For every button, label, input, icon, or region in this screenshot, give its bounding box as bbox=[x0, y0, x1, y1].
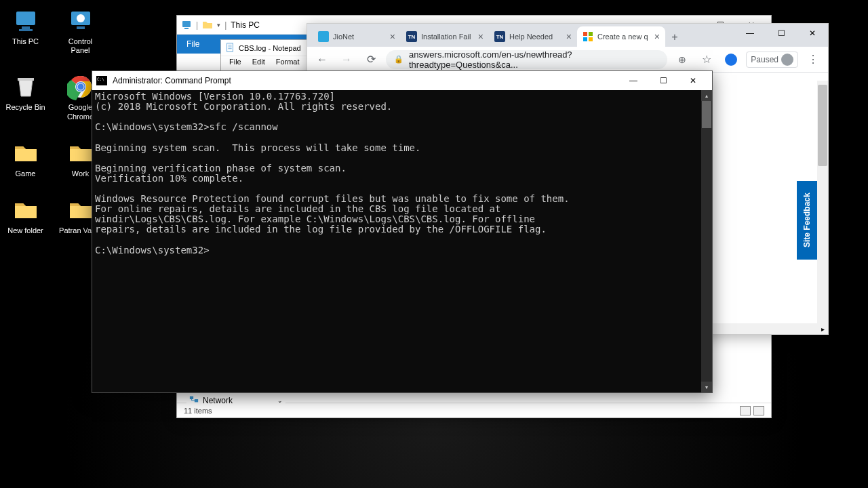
folder-icon bbox=[12, 139, 40, 167]
notepad-icon bbox=[225, 43, 235, 54]
view-details-button[interactable] bbox=[740, 406, 751, 415]
paused-label: Paused bbox=[751, 55, 778, 64]
qat-separator: | bbox=[224, 20, 226, 30]
folder-icon bbox=[66, 196, 95, 224]
cmd-title: Administrator: Command Prompt bbox=[113, 76, 231, 85]
explorer-item-count: 11 items bbox=[184, 407, 212, 415]
tab-title: Installation Fail bbox=[421, 33, 474, 41]
tab-title: JioNet bbox=[333, 33, 386, 41]
chrome-menu-button[interactable]: ⋮ bbox=[804, 50, 823, 69]
desktop-icon-this-pc[interactable]: This PC bbox=[3, 7, 47, 55]
chrome-scroll-thumb[interactable] bbox=[818, 85, 827, 166]
desktop-icon-label: Control Panel bbox=[58, 37, 102, 55]
chrome-tab[interactable]: TNHelp Needed × bbox=[489, 26, 577, 47]
desktop-icon-label: Work bbox=[72, 169, 89, 178]
bookmark-icon[interactable]: ☆ bbox=[697, 50, 716, 69]
svg-point-4 bbox=[77, 14, 85, 22]
favicon-icon bbox=[318, 31, 329, 42]
tab-close-icon[interactable]: × bbox=[478, 31, 484, 42]
cmd-scroll-up-arrow[interactable]: ▴ bbox=[701, 90, 712, 101]
qat-dropdown-icon[interactable]: ▾ bbox=[217, 22, 220, 28]
cmd-close[interactable]: ✕ bbox=[678, 71, 708, 90]
cmd-window[interactable]: Administrator: Command Prompt — ☐ ✕ Micr… bbox=[92, 70, 713, 393]
cmd-scrollbar[interactable]: ▴ ▾ bbox=[701, 90, 712, 392]
avatar-icon bbox=[781, 54, 793, 66]
chrome-scrollbar-right-arrow[interactable]: ▸ bbox=[817, 323, 828, 334]
chrome-tab[interactable]: Create a new q× bbox=[577, 26, 665, 47]
new-tab-button[interactable]: + bbox=[665, 28, 684, 47]
cmd-scroll-down-arrow[interactable]: ▾ bbox=[701, 382, 712, 392]
svg-point-10 bbox=[77, 84, 83, 90]
site-feedback-tab[interactable]: Site Feedback bbox=[797, 181, 817, 260]
favicon-icon: TN bbox=[494, 31, 505, 42]
chevron-down-icon[interactable]: ⌄ bbox=[277, 397, 283, 404]
network-label: Network bbox=[203, 396, 233, 405]
folder-icon bbox=[12, 196, 40, 224]
view-icons-button[interactable] bbox=[753, 406, 764, 415]
cmd-window-controls: — ☐ ✕ bbox=[618, 71, 708, 90]
cmd-icon bbox=[96, 76, 107, 85]
chrome-minimize[interactable]: — bbox=[734, 24, 766, 43]
favicon-icon bbox=[583, 31, 593, 42]
svg-rect-15 bbox=[227, 43, 233, 51]
svg-rect-5 bbox=[77, 26, 85, 29]
svg-rect-20 bbox=[589, 32, 593, 36]
notepad-menu-format[interactable]: Format bbox=[271, 58, 305, 68]
desktop-icon-game[interactable]: Game bbox=[3, 139, 47, 178]
chrome-window-controls: — ☐ ✕ bbox=[734, 24, 828, 43]
chrome-maximize[interactable]: ☐ bbox=[766, 24, 797, 43]
chrome-close[interactable]: ✕ bbox=[797, 24, 828, 43]
svg-rect-12 bbox=[184, 28, 189, 29]
cmd-maximize[interactable]: ☐ bbox=[648, 71, 678, 90]
explorer-title: This PC bbox=[231, 20, 260, 30]
folder-icon bbox=[202, 20, 213, 30]
svg-rect-19 bbox=[583, 32, 587, 36]
chrome-tab[interactable]: JioNet× bbox=[313, 26, 401, 47]
extension-icon[interactable] bbox=[722, 50, 741, 69]
qat-divider: | bbox=[196, 20, 198, 30]
desktop-icons: This PCControl PanelRecycle BinGoogle Ch… bbox=[3, 7, 102, 235]
svg-rect-21 bbox=[583, 37, 587, 41]
desktop-icon-label: This PC bbox=[12, 37, 39, 46]
cmd-minimize[interactable]: — bbox=[618, 71, 648, 90]
network-icon bbox=[189, 394, 199, 406]
forward-button[interactable]: → bbox=[337, 50, 356, 69]
tab-title: Help Needed bbox=[509, 33, 562, 41]
back-button[interactable]: ← bbox=[313, 50, 332, 69]
cmd-scroll-thumb[interactable] bbox=[702, 101, 711, 128]
translate-icon[interactable]: ⊕ bbox=[673, 50, 692, 69]
chrome-icon bbox=[66, 73, 95, 101]
panel-icon bbox=[66, 7, 95, 35]
desktop-icon-label: Game bbox=[16, 169, 36, 178]
bin-icon bbox=[12, 73, 40, 101]
explorer-network-item[interactable]: Network ⌄ bbox=[186, 393, 285, 407]
tab-close-icon[interactable]: × bbox=[566, 31, 572, 42]
url-text: answers.microsoft.com/en-us/newthread?th… bbox=[409, 49, 659, 70]
pc-icon bbox=[12, 7, 40, 35]
cmd-titlebar[interactable]: Administrator: Command Prompt — ☐ ✕ bbox=[92, 71, 712, 90]
svg-rect-11 bbox=[182, 21, 191, 27]
svg-rect-22 bbox=[589, 37, 593, 41]
cmd-output[interactable]: Microsoft Windows [Version 10.0.17763.72… bbox=[92, 90, 712, 392]
desktop-icon-recycle-bin[interactable]: Recycle Bin bbox=[3, 73, 47, 121]
chrome-toolbar: ← → ⟳ 🔒 answers.microsoft.com/en-us/newt… bbox=[307, 47, 828, 73]
notepad-title: CBS.log - Notepad bbox=[239, 44, 301, 52]
tab-close-icon[interactable]: × bbox=[654, 31, 660, 42]
pc-icon bbox=[181, 20, 192, 30]
svg-rect-0 bbox=[16, 12, 35, 25]
notepad-menu-edit[interactable]: Edit bbox=[247, 58, 271, 68]
desktop-icon-label: Recycle Bin bbox=[5, 103, 45, 112]
folder-icon bbox=[66, 139, 95, 167]
profile-paused[interactable]: Paused bbox=[746, 52, 798, 68]
tab-close-icon[interactable]: × bbox=[390, 31, 395, 42]
ribbon-tab-file[interactable]: File bbox=[177, 35, 209, 54]
chrome-tab[interactable]: TNInstallation Fail× bbox=[401, 26, 489, 47]
desktop-icon-control-panel[interactable]: Control Panel bbox=[58, 7, 102, 55]
reload-button[interactable]: ⟳ bbox=[361, 50, 380, 69]
notepad-menu-file[interactable]: File bbox=[224, 58, 247, 68]
svg-rect-1 bbox=[22, 26, 30, 29]
svg-rect-2 bbox=[19, 29, 33, 31]
desktop-icon-new-folder[interactable]: New folder bbox=[3, 196, 47, 235]
tab-title: Create a new q bbox=[597, 33, 650, 41]
address-bar[interactable]: 🔒 answers.microsoft.com/en-us/newthread?… bbox=[386, 50, 667, 69]
